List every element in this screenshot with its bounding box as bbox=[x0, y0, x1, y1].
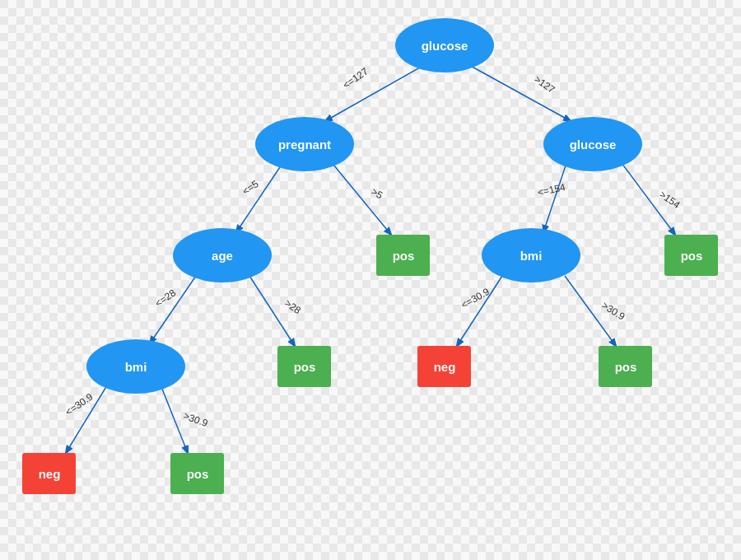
node-pos1-label: pos bbox=[393, 249, 415, 263]
node-pos4-label: pos bbox=[615, 360, 637, 374]
node-glucose-root-label: glucose bbox=[422, 39, 468, 53]
node-neg1-label: neg bbox=[434, 360, 456, 374]
node-pos3-label: pos bbox=[294, 360, 316, 374]
decision-tree-diagram: <=127 >127 <=5 >5 <=154 >154 <=28 >28 <=… bbox=[0, 0, 741, 560]
node-bmi-left-label: bmi bbox=[125, 360, 147, 374]
node-pregnant-label: pregnant bbox=[278, 138, 331, 152]
node-pos2-label: pos bbox=[681, 249, 703, 263]
svg-rect-5 bbox=[0, 0, 741, 560]
node-age-label: age bbox=[212, 249, 233, 263]
node-glucose-right-label: glucose bbox=[570, 138, 617, 152]
node-bmi-right-label: bmi bbox=[520, 249, 543, 263]
node-pos5-label: pos bbox=[187, 467, 209, 481]
node-neg2-label: neg bbox=[39, 467, 61, 481]
